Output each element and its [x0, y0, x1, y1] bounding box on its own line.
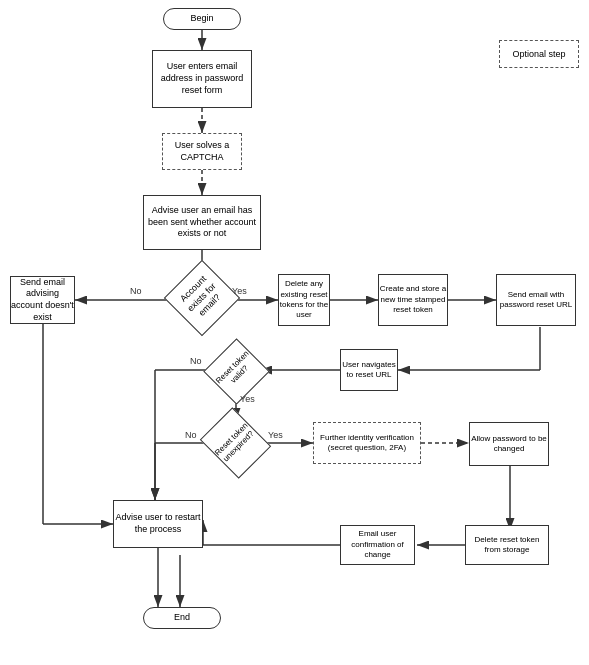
yes2-label: Yes — [240, 394, 255, 404]
arrows-overlay2 — [0, 0, 589, 665]
yes3-label: Yes — [268, 430, 283, 440]
legend-box: Optional step — [499, 40, 579, 68]
step4-label: Send email advising account doesn't exis… — [11, 277, 74, 324]
step1-label: User enters email address in password re… — [153, 61, 251, 96]
step4-shape: Send email advising account doesn't exis… — [10, 276, 75, 324]
step12-label: Delete reset token from storage — [466, 535, 548, 556]
decision2-label: Reset token valid? — [213, 348, 261, 396]
step13-label: Advise user to restart the process — [114, 512, 202, 535]
step1-shape: User enters email address in password re… — [152, 50, 252, 108]
step11-label: Email user confirmation of change — [341, 529, 414, 560]
no3-label: No — [185, 430, 197, 440]
decision1-label: Account exists for email? — [171, 267, 234, 330]
step11-shape: Email user confirmation of change — [340, 525, 415, 565]
end-label: End — [174, 612, 190, 624]
step13-shape: Advise user to restart the process — [113, 500, 203, 548]
decision3-label: Reset token unexpired? — [209, 416, 263, 470]
legend-label: Optional step — [512, 49, 565, 59]
step2-label: User solves a CAPTCHA — [163, 140, 241, 163]
end-shape: End — [143, 607, 221, 629]
step2-shape: User solves a CAPTCHA — [162, 133, 242, 170]
arrows-overlay — [0, 0, 589, 665]
step6-label: Create and store a new time stamped rese… — [379, 284, 447, 315]
step3-shape: Advise user an email has been sent wheth… — [143, 195, 261, 250]
step10-shape: Allow password to be changed — [469, 422, 549, 466]
no2-label: No — [190, 356, 202, 366]
step10-label: Allow password to be changed — [470, 434, 548, 455]
step5-label: Delete any existing reset tokens for the… — [279, 279, 329, 321]
step12-shape: Delete reset token from storage — [465, 525, 549, 565]
begin-label: Begin — [190, 13, 213, 25]
step5-shape: Delete any existing reset tokens for the… — [278, 274, 330, 326]
step8-shape: User navigates to reset URL — [340, 349, 398, 391]
step3-label: Advise user an email has been sent wheth… — [144, 205, 260, 240]
yes1-label: Yes — [232, 286, 247, 296]
flowchart-diagram: Begin User enters email address in passw… — [0, 0, 589, 665]
begin-shape: Begin — [163, 8, 241, 30]
step7-shape: Send email with password reset URL — [496, 274, 576, 326]
step9-shape: Further identity verification (secret qu… — [313, 422, 421, 464]
step8-label: User navigates to reset URL — [341, 360, 397, 381]
no1-label: No — [130, 286, 142, 296]
step6-shape: Create and store a new time stamped rese… — [378, 274, 448, 326]
step7-label: Send email with password reset URL — [497, 290, 575, 311]
step9-label: Further identity verification (secret qu… — [314, 433, 420, 454]
